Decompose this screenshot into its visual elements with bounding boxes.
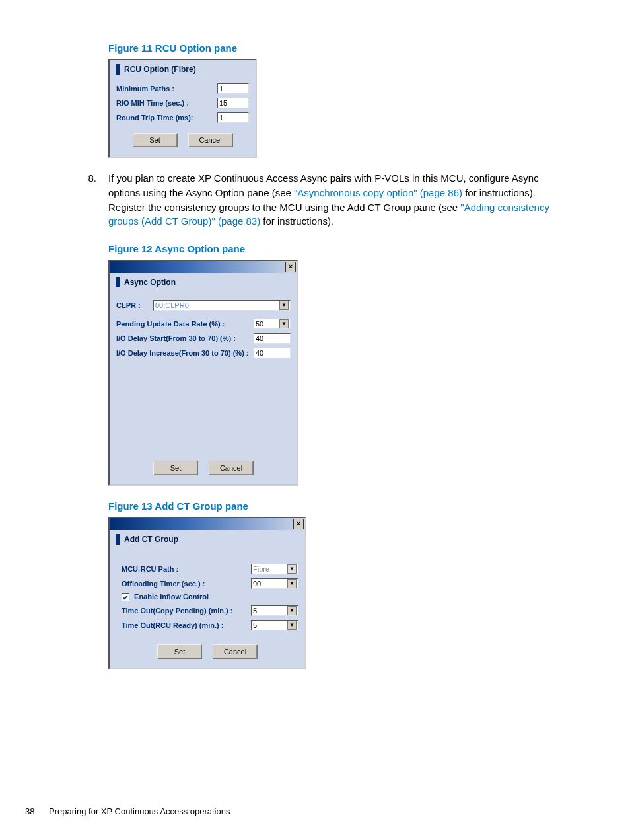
footer-title: Preparing for XP Continuous Access opera… <box>49 806 230 816</box>
async-option-pane: × Async Option CLPR : 00:CLPR0 ▼ Pending… <box>108 260 298 486</box>
pane-title: Add CT Group <box>110 530 305 551</box>
title-marker-icon <box>116 64 120 75</box>
pane-title-label: Add CT Group <box>124 535 178 544</box>
pane-title: Async Option <box>110 273 297 294</box>
chevron-down-icon: ▼ <box>279 319 289 328</box>
clpr-label: CLPR : <box>116 301 153 309</box>
rtt-label: Round Trip Time (ms): <box>116 114 217 122</box>
timeout-rcu-ready-label: Time Out(RCU Ready) (min.) : <box>122 621 251 629</box>
title-marker-icon <box>116 277 120 287</box>
window-titlebar: × <box>110 518 305 530</box>
page-footer: 38 Preparing for XP Continuous Access op… <box>25 806 230 816</box>
rtt-input[interactable]: 1 <box>217 112 249 123</box>
rio-mih-input[interactable]: 15 <box>217 98 249 108</box>
rcu-option-pane: RCU Option (Fibre) Minimum Paths : 1 RIO… <box>108 59 257 158</box>
timeout-copy-pending-select[interactable]: 5 ▼ <box>251 605 298 616</box>
offloading-timer-label: Offloading Timer (sec.) : <box>122 580 251 588</box>
chevron-down-icon: ▼ <box>279 301 289 310</box>
checkbox-icon: ✔ <box>122 593 129 601</box>
mcu-rcu-path-select[interactable]: Fibre ▼ <box>251 564 298 574</box>
cancel-button[interactable]: Cancel <box>213 644 258 659</box>
min-paths-input[interactable]: 1 <box>217 83 249 94</box>
rio-mih-label: RIO MIH Time (sec.) : <box>116 99 217 107</box>
io-delay-increase-input[interactable]: 40 <box>254 348 291 358</box>
page-number: 38 <box>25 806 34 816</box>
clpr-select[interactable]: 00:CLPR0 ▼ <box>153 300 291 311</box>
close-icon[interactable]: × <box>285 262 296 272</box>
set-button[interactable]: Set <box>157 644 202 659</box>
min-paths-label: Minimum Paths : <box>116 85 217 93</box>
offloading-timer-select[interactable]: 90 ▼ <box>251 578 298 589</box>
io-delay-increase-label: I/O Delay Increase(From 30 to 70) (%) : <box>116 349 254 357</box>
timeout-copy-pending-label: Time Out(Copy Pending) (min.) : <box>122 607 251 615</box>
async-copy-option-link[interactable]: "Asynchronous copy option" (page 86) <box>294 187 462 198</box>
window-titlebar: × <box>110 261 297 273</box>
chevron-down-icon: ▼ <box>287 606 297 615</box>
step-8: 8. If you plan to create XP Continuous A… <box>62 171 568 229</box>
pane-title-label: RCU Option (Fibre) <box>124 65 196 74</box>
set-button[interactable]: Set <box>133 133 178 147</box>
cancel-button[interactable]: Cancel <box>209 461 254 475</box>
timeout-rcu-ready-select[interactable]: 5 ▼ <box>251 620 298 630</box>
cancel-button[interactable]: Cancel <box>188 133 233 147</box>
io-delay-start-input[interactable]: 40 <box>254 333 291 344</box>
step-number: 8. <box>62 171 108 229</box>
set-button[interactable]: Set <box>153 461 198 475</box>
pending-rate-label: Pending Update Data Rate (%) : <box>116 320 254 328</box>
mcu-rcu-path-label: MCU-RCU Path : <box>122 565 251 573</box>
pane-title-label: Async Option <box>124 278 176 287</box>
pane-title: RCU Option (Fibre) <box>110 60 256 81</box>
title-marker-icon <box>116 534 120 545</box>
close-icon[interactable]: × <box>293 519 304 529</box>
figure-11-caption: Figure 11 RCU Option pane <box>108 42 568 54</box>
figure-13-caption: Figure 13 Add CT Group pane <box>108 500 568 512</box>
enable-inflow-control[interactable]: ✔ Enable Inflow Control <box>122 593 298 601</box>
chevron-down-icon: ▼ <box>287 564 297 574</box>
chevron-down-icon: ▼ <box>287 579 297 588</box>
figure-12-caption: Figure 12 Async Option pane <box>108 243 568 254</box>
chevron-down-icon: ▼ <box>287 621 297 630</box>
add-ct-group-pane: × Add CT Group MCU-RCU Path : Fibre ▼ Of… <box>108 517 306 669</box>
step-text: If you plan to create XP Continuous Acce… <box>108 171 568 229</box>
pending-rate-select[interactable]: 50 ▼ <box>254 319 291 329</box>
io-delay-start-label: I/O Delay Start(From 30 to 70) (%) : <box>116 334 254 342</box>
